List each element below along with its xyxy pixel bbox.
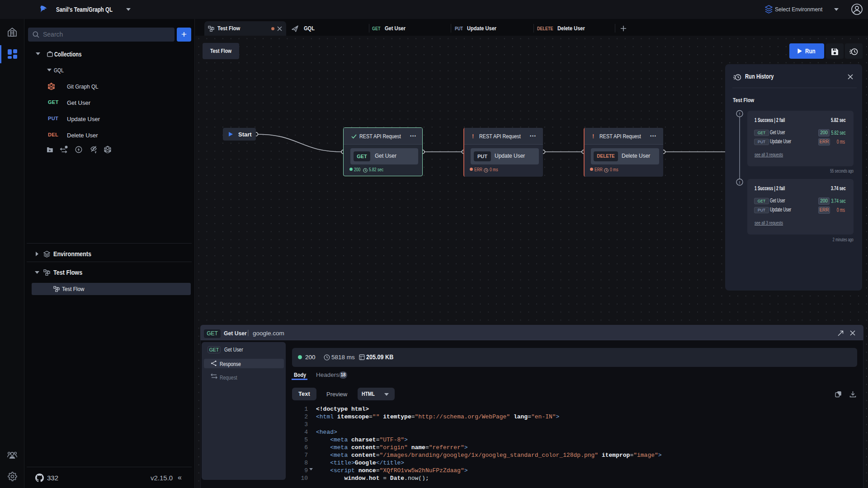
svg-text:!: ! [739, 180, 741, 185]
svg-text:!: ! [739, 112, 741, 116]
